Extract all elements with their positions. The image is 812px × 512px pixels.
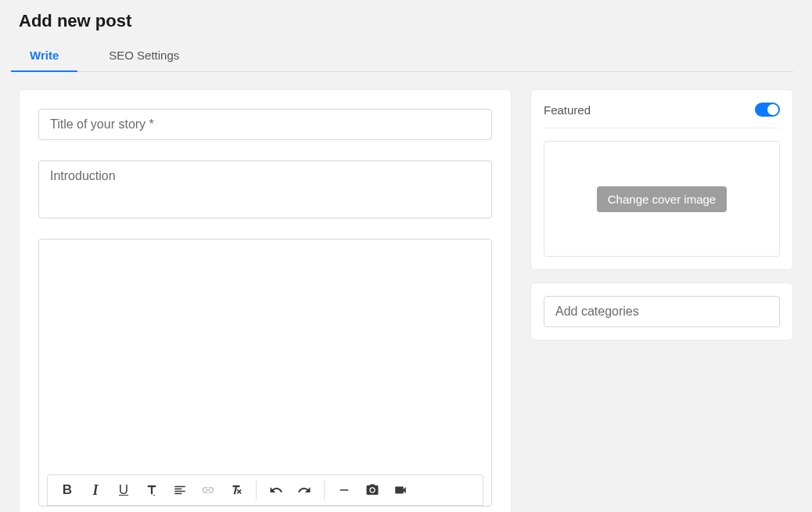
tabs: Write SEO Settings	[19, 39, 793, 72]
cover-image-area: Change cover image	[544, 141, 780, 257]
tab-seo-settings[interactable]: SEO Settings	[98, 39, 190, 71]
link-button[interactable]	[195, 478, 221, 502]
title-input[interactable]	[38, 109, 492, 140]
italic-button[interactable]: I	[82, 478, 109, 502]
tab-write[interactable]: Write	[19, 39, 70, 71]
featured-toggle[interactable]	[755, 103, 780, 117]
bold-button[interactable]: B	[54, 478, 81, 502]
redo-button[interactable]	[291, 478, 318, 502]
italic-icon: I	[92, 482, 98, 499]
rich-text-editor: B I U	[38, 239, 492, 507]
editor-card: B I U	[19, 89, 512, 512]
introduction-textarea[interactable]	[38, 160, 492, 218]
align-left-icon	[173, 483, 187, 497]
link-icon	[201, 483, 215, 497]
clear-format-button[interactable]	[223, 478, 250, 502]
underline-button[interactable]: U	[110, 478, 137, 502]
text-format-button[interactable]	[138, 478, 165, 502]
featured-label: Featured	[544, 103, 591, 117]
categories-input[interactable]	[544, 296, 780, 327]
clear-format-icon	[229, 483, 243, 497]
editor-toolbar: B I U	[47, 474, 483, 506]
editor-content-area[interactable]	[39, 240, 491, 474]
toolbar-separator	[324, 481, 325, 499]
video-icon	[393, 483, 408, 497]
categories-card	[530, 283, 793, 341]
align-button[interactable]	[167, 478, 193, 502]
image-button[interactable]	[359, 478, 386, 502]
bold-icon: B	[63, 482, 72, 498]
redo-icon	[297, 483, 311, 497]
page-title: Add new post	[19, 0, 793, 39]
camera-icon	[365, 483, 379, 497]
undo-button[interactable]	[263, 478, 289, 502]
change-cover-button[interactable]: Change cover image	[597, 186, 727, 212]
horizontal-rule-button[interactable]	[331, 478, 357, 502]
video-button[interactable]	[387, 478, 414, 502]
toolbar-separator	[256, 481, 257, 499]
horizontal-rule-icon	[337, 483, 351, 497]
underline-icon: U	[119, 482, 128, 498]
text-format-icon	[145, 483, 159, 497]
undo-icon	[269, 483, 283, 497]
featured-card: Featured Change cover image	[530, 89, 793, 270]
